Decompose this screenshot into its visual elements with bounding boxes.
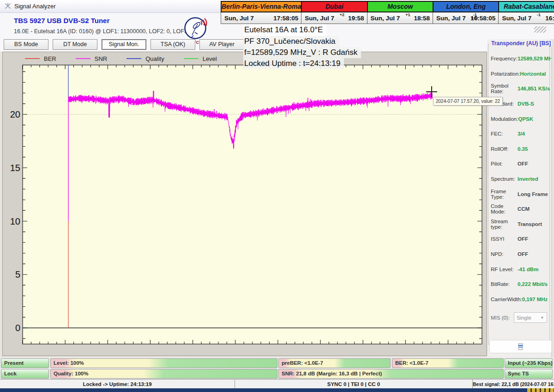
signal-chart-container: BERSNRQualityLevel 05101520 xyxy=(2,52,487,356)
footer-statusbar: Locked -> Uptime: 24:13:19 SYNC 0 | TEI … xyxy=(0,379,554,389)
tp-label: Symbol Rate: xyxy=(491,83,518,94)
panel-scrollbar[interactable] xyxy=(551,39,554,357)
clock-time-cell: Sun, Jul 7-116:58 xyxy=(498,12,554,24)
tab-signal-mon[interactable]: Signal Mon. xyxy=(102,39,146,50)
clock-date: Sun, Jul 7 xyxy=(436,15,466,22)
status-snr: SNR: 21,8 dB (Margin: 16,3 dB | Perfect) xyxy=(278,369,504,379)
status-present: Present xyxy=(1,358,49,368)
tp-row-npd: NPD:OFF xyxy=(491,247,547,262)
clock-time: 19:58 xyxy=(348,15,364,22)
tp-label: Stream type: xyxy=(491,219,518,230)
tab-dt-mode[interactable]: DT Mode xyxy=(53,39,97,50)
world-clock-panel: Berlin-Paris-Vienna-RomaSun, Jul 717:58:… xyxy=(221,1,554,26)
tp-row-pilot: Pilot:OFF xyxy=(491,156,547,172)
clock-date: Sun, Jul 7 xyxy=(305,15,334,22)
transponder-rows: Frequency:12589,529 MHzPolarization:Hori… xyxy=(491,51,547,307)
tp-value: 146,851 KS/s xyxy=(518,86,550,91)
clock-time: 17:58:05 xyxy=(273,15,298,22)
satellite-dish-logo-icon xyxy=(181,17,212,40)
tab-bs-mode[interactable]: BS Mode xyxy=(4,39,48,50)
chart-plot-svg[interactable] xyxy=(3,52,487,356)
clock-utc-offset: +1 xyxy=(405,13,410,17)
mis-label: MIS (0): xyxy=(491,315,514,321)
tp-row-symbol-rate: Symbol Rate:146,851 KS/s xyxy=(491,81,547,96)
clock-time-cell: Sun, Jul 7-1DST16:58:05 xyxy=(433,12,499,24)
tp-value: OFF xyxy=(518,161,528,166)
bottom-corner-pattern xyxy=(527,388,554,392)
tp-label: FEC: xyxy=(491,131,518,137)
overlay-site: PF 370_Lučenec/Slovakia xyxy=(243,36,339,47)
tab-tsa-ok[interactable]: TSA (OK) xyxy=(151,39,195,50)
footer-best-signal: Best signal: 22,1 dB (2024-07-07 16:37) xyxy=(473,380,554,389)
tp-value: 0,197 MHz xyxy=(522,297,548,302)
tp-label: RollOff: xyxy=(491,146,518,152)
tp-row-frequency: Frequency:12589,529 MHz xyxy=(491,51,547,66)
mis-row: MIS (0): Single ▼ xyxy=(491,312,547,323)
clock-time-cell: Sun, Jul 7+219:58 xyxy=(301,12,367,24)
mis-value: Single xyxy=(517,315,531,321)
resize-grip[interactable] xyxy=(534,26,546,33)
y-axis-label-0: 0 xyxy=(5,323,20,333)
status-lock: Lock xyxy=(1,369,49,379)
tp-row-polarization: Polarization:Horizontal xyxy=(491,66,547,82)
clock-dubai: DubaiSun, Jul 7+219:58 xyxy=(301,1,367,26)
tp-row-stream-type: Stream type:Transport xyxy=(491,217,547,232)
clock-date: Sun, Jul 7 xyxy=(224,15,254,22)
y-axis-label-10: 10 xyxy=(5,216,20,226)
clock-utc-offset: -1 xyxy=(537,13,541,17)
status-preber: preBER: <1.0E-7 xyxy=(278,358,391,368)
tp-value: 3/4 xyxy=(518,131,525,137)
tp-value: OFF xyxy=(518,236,528,242)
transponder-title: Transponder (AU) [BS] xyxy=(490,40,552,47)
y-axis-label-5: 5 xyxy=(5,269,20,279)
status-ber: BER: <1.0E-7 xyxy=(392,358,504,368)
tab-av-player[interactable]: AV Player xyxy=(199,39,244,50)
overlay-satellite: Eutelsat 16A at 16.0°E xyxy=(243,24,326,36)
tp-label: Frame Type: xyxy=(491,189,518,200)
y-axis-label-15: 15 xyxy=(5,163,20,173)
tp-label: Modulation: xyxy=(491,116,518,122)
tp-row-carrierwidth: CarrierWidth:0,197 MHz xyxy=(491,292,547,307)
tp-value: QPSK xyxy=(518,116,533,122)
clock-berlin-paris-vienna-roma: Berlin-Paris-Vienna-RomaSun, Jul 717:58:… xyxy=(221,1,302,26)
status-bars: PresentLevel: 100%preBER: <1.0E-7BER: <1… xyxy=(0,357,554,379)
stream-list-button[interactable] xyxy=(489,340,552,353)
clock-time: 18:58 xyxy=(414,15,430,22)
tp-row-spectrum: Spectrum:Inverted xyxy=(491,172,547,187)
tp-row-rf-level: RF Level:-41 dBm xyxy=(491,261,547,277)
clock-time: 16:58 xyxy=(545,15,554,22)
clock-date: Sun, Jul 7 xyxy=(371,15,400,22)
device-title: TBS 5927 USB DVB-S2 Tuner xyxy=(14,17,109,24)
stream-list-icon xyxy=(517,343,524,350)
tp-row-bitrate: BitRate:0,222 Mbit/s xyxy=(491,277,547,292)
tp-row-modulation: Modulation:QPSK xyxy=(491,111,547,126)
tp-value: 12589,529 MHz xyxy=(518,56,554,61)
mis-select[interactable]: Single ▼ xyxy=(514,312,547,323)
overlay-uptime: Locked Uptime : t=24:13:19 xyxy=(243,58,344,69)
bottom-strip xyxy=(0,388,554,392)
clock-moscow: MoscowSun, Jul 7+118:58 xyxy=(367,1,434,26)
tp-value: Inverted xyxy=(518,176,538,182)
tp-label: Pilot: xyxy=(491,161,518,166)
clock-city-label: Dubai xyxy=(301,1,367,12)
tp-label: Frequency: xyxy=(491,56,518,61)
tp-value: Long Frame xyxy=(518,191,548,197)
tp-label: Code Mode: xyxy=(491,203,518,214)
clock-utc-offset: +2 xyxy=(340,13,344,17)
transponder-panel: Transponder (AU) [BS] Frequency:12589,52… xyxy=(487,39,551,357)
tp-value: Transport xyxy=(518,221,542,227)
tp-label: ISSYI xyxy=(491,236,518,242)
footer-uptime: Locked -> Uptime: 24:13:19 xyxy=(0,380,235,389)
tp-value: DVB-S xyxy=(518,101,534,107)
clock-london-eng: London, EngSun, Jul 7-1DST16:58:05 xyxy=(433,1,499,26)
antenna-icon xyxy=(4,2,12,10)
clock-date: Sun, Jul 7 xyxy=(502,15,531,22)
clock-time-cell: Sun, Jul 7+118:58 xyxy=(367,12,434,24)
tp-label: Spectrum: xyxy=(491,176,518,182)
footer-sync-counters: SYNC 0 | TEI 0 | CC 0 xyxy=(235,380,473,389)
tp-value: OFF xyxy=(518,251,528,257)
tp-label: CarrierWidth: xyxy=(491,297,522,302)
tp-value: CCM xyxy=(518,206,530,212)
tp-label: BitRate: xyxy=(491,281,518,287)
clock-time: 16:58:05 xyxy=(470,15,495,22)
